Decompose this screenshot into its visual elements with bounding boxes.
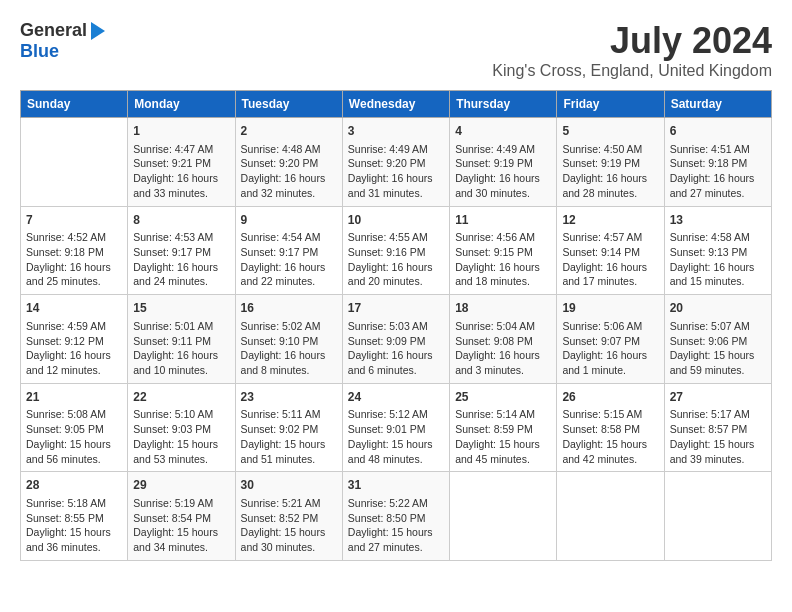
day-info-line: and 8 minutes. [241,363,337,378]
calendar-day-cell: 10Sunrise: 4:55 AMSunset: 9:16 PMDayligh… [342,206,449,295]
day-info-line: and 6 minutes. [348,363,444,378]
day-number: 21 [26,389,122,406]
day-info-line: Sunrise: 4:52 AM [26,230,122,245]
day-number: 5 [562,123,658,140]
day-info-line: and 32 minutes. [241,186,337,201]
calendar-day-cell: 5Sunrise: 4:50 AMSunset: 9:19 PMDaylight… [557,118,664,207]
day-info-line: Sunset: 9:09 PM [348,334,444,349]
day-info-line: and 56 minutes. [26,452,122,467]
weekday-header-row: SundayMondayTuesdayWednesdayThursdayFrid… [21,91,772,118]
day-info-line: Sunset: 9:03 PM [133,422,229,437]
day-info-line: Sunrise: 5:03 AM [348,319,444,334]
day-info-line: Daylight: 15 hours [670,348,766,363]
day-number: 13 [670,212,766,229]
day-number: 29 [133,477,229,494]
calendar-day-cell: 22Sunrise: 5:10 AMSunset: 9:03 PMDayligh… [128,383,235,472]
day-info-line: Daylight: 16 hours [241,348,337,363]
day-info-line: Sunset: 9:20 PM [348,156,444,171]
day-info-line: Sunrise: 4:56 AM [455,230,551,245]
day-number: 3 [348,123,444,140]
day-info-line: and 27 minutes. [348,540,444,555]
calendar-week-row: 21Sunrise: 5:08 AMSunset: 9:05 PMDayligh… [21,383,772,472]
day-info-line: Sunset: 8:59 PM [455,422,551,437]
day-info-line: Daylight: 16 hours [562,171,658,186]
day-number: 7 [26,212,122,229]
day-info-line: Sunrise: 5:21 AM [241,496,337,511]
calendar-week-row: 14Sunrise: 4:59 AMSunset: 9:12 PMDayligh… [21,295,772,384]
day-info-line: Sunset: 8:50 PM [348,511,444,526]
day-info-line: Sunrise: 5:11 AM [241,407,337,422]
day-info-line: Daylight: 16 hours [455,171,551,186]
day-number: 31 [348,477,444,494]
day-info-line: Daylight: 16 hours [670,171,766,186]
day-number: 14 [26,300,122,317]
day-number: 10 [348,212,444,229]
calendar-day-cell: 15Sunrise: 5:01 AMSunset: 9:11 PMDayligh… [128,295,235,384]
day-info-line: Sunset: 9:18 PM [26,245,122,260]
logo: General Blue [20,20,105,62]
day-number: 12 [562,212,658,229]
day-number: 9 [241,212,337,229]
day-info-line: Daylight: 15 hours [562,437,658,452]
day-info-line: Daylight: 16 hours [455,260,551,275]
day-info-line: Daylight: 15 hours [670,437,766,452]
day-info-line: Sunset: 9:13 PM [670,245,766,260]
day-info-line: Sunrise: 4:47 AM [133,142,229,157]
day-info-line: Daylight: 16 hours [455,348,551,363]
day-info-line: and 17 minutes. [562,274,658,289]
day-info-line: Sunset: 9:19 PM [562,156,658,171]
day-number: 6 [670,123,766,140]
day-info-line: and 3 minutes. [455,363,551,378]
day-info-line: Daylight: 16 hours [348,348,444,363]
day-info-line: Sunrise: 5:08 AM [26,407,122,422]
day-info-line: and 39 minutes. [670,452,766,467]
day-number: 27 [670,389,766,406]
calendar-body: 1Sunrise: 4:47 AMSunset: 9:21 PMDaylight… [21,118,772,561]
logo-triangle-icon [91,22,105,40]
day-info-line: and 53 minutes. [133,452,229,467]
day-info-line: Sunset: 9:17 PM [133,245,229,260]
day-info-line: and 30 minutes. [455,186,551,201]
title-area: July 2024 King's Cross, England, United … [492,20,772,80]
weekday-header-cell: Saturday [664,91,771,118]
day-info-line: and 45 minutes. [455,452,551,467]
day-info-line: Daylight: 15 hours [26,437,122,452]
day-info-line: Sunrise: 5:04 AM [455,319,551,334]
calendar-day-cell: 29Sunrise: 5:19 AMSunset: 8:54 PMDayligh… [128,472,235,561]
day-info-line: Daylight: 15 hours [455,437,551,452]
calendar-table: SundayMondayTuesdayWednesdayThursdayFrid… [20,90,772,561]
day-info-line: Daylight: 16 hours [26,260,122,275]
calendar-day-cell: 4Sunrise: 4:49 AMSunset: 9:19 PMDaylight… [450,118,557,207]
calendar-day-cell: 27Sunrise: 5:17 AMSunset: 8:57 PMDayligh… [664,383,771,472]
day-info-line: and 24 minutes. [133,274,229,289]
calendar-day-cell: 11Sunrise: 4:56 AMSunset: 9:15 PMDayligh… [450,206,557,295]
day-info-line: Sunrise: 5:15 AM [562,407,658,422]
day-number: 11 [455,212,551,229]
day-info-line: Sunrise: 4:55 AM [348,230,444,245]
calendar-day-cell: 18Sunrise: 5:04 AMSunset: 9:08 PMDayligh… [450,295,557,384]
calendar-day-cell: 26Sunrise: 5:15 AMSunset: 8:58 PMDayligh… [557,383,664,472]
day-info-line: and 34 minutes. [133,540,229,555]
day-info-line: Sunset: 9:18 PM [670,156,766,171]
day-info-line: Sunset: 9:02 PM [241,422,337,437]
day-info-line: and 36 minutes. [26,540,122,555]
day-info-line: Sunrise: 5:01 AM [133,319,229,334]
day-info-line: and 42 minutes. [562,452,658,467]
day-info-line: Sunrise: 5:22 AM [348,496,444,511]
calendar-day-cell: 28Sunrise: 5:18 AMSunset: 8:55 PMDayligh… [21,472,128,561]
calendar-day-cell: 2Sunrise: 4:48 AMSunset: 9:20 PMDaylight… [235,118,342,207]
day-number: 18 [455,300,551,317]
day-info-line: Daylight: 16 hours [562,260,658,275]
calendar-day-cell [557,472,664,561]
day-info-line: Sunrise: 4:53 AM [133,230,229,245]
day-number: 17 [348,300,444,317]
day-number: 20 [670,300,766,317]
day-info-line: Sunset: 9:07 PM [562,334,658,349]
day-info-line: Sunrise: 4:57 AM [562,230,658,245]
calendar-day-cell: 14Sunrise: 4:59 AMSunset: 9:12 PMDayligh… [21,295,128,384]
calendar-day-cell: 6Sunrise: 4:51 AMSunset: 9:18 PMDaylight… [664,118,771,207]
day-number: 15 [133,300,229,317]
weekday-header-cell: Monday [128,91,235,118]
calendar-day-cell [450,472,557,561]
day-info-line: Sunrise: 4:48 AM [241,142,337,157]
